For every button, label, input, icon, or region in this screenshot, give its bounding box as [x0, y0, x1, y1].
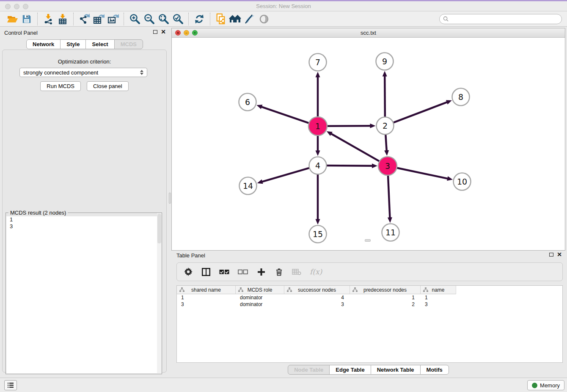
panel-split-handle[interactable] — [169, 193, 171, 204]
columns-icon[interactable] — [201, 268, 211, 276]
graph-edge-arrowhead — [256, 105, 262, 109]
home-icon[interactable] — [228, 13, 242, 25]
delete-table-icon — [292, 268, 301, 275]
result-scrollbar[interactable] — [157, 213, 162, 374]
mcds-panel-body: Optimization criterion: strongly connect… — [2, 50, 167, 373]
import-table-icon[interactable] — [55, 13, 70, 25]
graph-edge-2-3[interactable] — [385, 134, 387, 151]
search-input[interactable] — [451, 16, 558, 22]
unselect-all-icon[interactable] — [238, 269, 248, 275]
close-panel-button[interactable]: Close panel — [87, 81, 129, 91]
export-network-icon[interactable] — [77, 13, 91, 25]
graph-node-label: 8 — [458, 92, 463, 102]
zoom-fit-icon[interactable] — [156, 13, 171, 25]
run-mcds-button[interactable]: Run MCDS — [40, 81, 81, 91]
graph-node-7[interactable]: 7 — [309, 54, 327, 71]
mcds-result-group: MCDS result (2 nodes) 13 — [6, 213, 162, 374]
tab-mcds[interactable]: MCDS — [114, 39, 143, 49]
float-panel-icon[interactable] — [153, 30, 157, 34]
duplicate-network-icon[interactable] — [214, 13, 228, 25]
table-row[interactable]: 3dominator323 — [177, 301, 562, 308]
column-header-shared-name[interactable]: shared name — [177, 286, 236, 294]
network-window-titlebar[interactable]: ✕ − + scc.txt — [172, 28, 565, 38]
graph: 7968124314101511 — [172, 38, 565, 251]
save-session-icon[interactable] — [19, 13, 34, 25]
zoom-in-icon[interactable] — [127, 13, 142, 25]
table-cell: 3 — [421, 301, 456, 308]
graph-edge-3-1[interactable] — [330, 133, 380, 161]
graph-edge-2-9[interactable] — [385, 75, 385, 117]
close-table-panel-icon[interactable]: ✕ — [557, 252, 562, 257]
graph-node-6[interactable]: 6 — [239, 94, 256, 111]
network-canvas[interactable]: 7968124314101511 — [172, 38, 565, 250]
column-header-predecessor-nodes[interactable]: predecessor nodes — [350, 286, 421, 294]
close-panel-icon[interactable]: ✕ — [161, 30, 166, 34]
graph-edge-4-14[interactable] — [261, 168, 310, 182]
table-header-row: shared nameMCDS rolesuccessor nodesprede… — [177, 286, 562, 294]
zoom-out-icon[interactable] — [142, 13, 156, 25]
dropdown-stepper-icon — [140, 70, 143, 75]
memory-button[interactable]: Memory — [527, 380, 564, 390]
float-table-panel-icon[interactable] — [549, 253, 553, 257]
graph-node-9[interactable]: 9 — [376, 53, 394, 70]
graph-node-4[interactable]: 4 — [309, 157, 327, 174]
tab-node-table[interactable]: Node Table — [288, 365, 330, 375]
graph-node-label: 15 — [313, 229, 323, 239]
graph-node-8[interactable]: 8 — [452, 88, 470, 106]
tab-select[interactable]: Select — [85, 39, 114, 49]
open-session-icon[interactable] — [5, 13, 19, 25]
export-image-icon[interactable] — [106, 13, 120, 25]
graph-node-1[interactable]: 1 — [308, 117, 327, 135]
tab-edge-table[interactable]: Edge Table — [329, 365, 371, 375]
tab-network[interactable]: Network — [26, 39, 61, 49]
delete-row-icon[interactable] — [274, 268, 284, 276]
column-header-name[interactable]: name — [421, 286, 456, 294]
graph-node-label: 14 — [243, 181, 253, 190]
table-row[interactable]: 1dominator411 — [177, 294, 562, 301]
eye-icon[interactable] — [257, 13, 271, 25]
column-header-successor-nodes[interactable]: successor nodes — [284, 286, 350, 294]
import-network-icon[interactable] — [41, 13, 55, 25]
vizmap-icon[interactable] — [242, 13, 257, 25]
graph-node-label: 2 — [383, 121, 388, 130]
graph-node-10[interactable]: 10 — [454, 173, 471, 190]
network-view-window: ✕ − + scc.txt 7968124314101511 — [171, 28, 565, 251]
graph-edge-3-10[interactable] — [396, 168, 449, 179]
graph-edge-1-2[interactable] — [327, 126, 371, 126]
graph-edge-3-11[interactable] — [388, 175, 390, 218]
column-type-icon — [423, 287, 428, 293]
export-table-icon[interactable] — [91, 13, 106, 25]
add-row-icon[interactable] — [256, 268, 266, 276]
search-box[interactable] — [439, 14, 562, 24]
graph-edge-arrowhead — [370, 124, 375, 128]
graph-node-14[interactable]: 14 — [239, 177, 257, 195]
toolbar-separator — [210, 13, 210, 25]
column-header-label: name — [432, 287, 444, 293]
select-all-icon[interactable] — [219, 269, 229, 275]
tab-network-table[interactable]: Network Table — [371, 365, 421, 375]
graph-node-15[interactable]: 15 — [309, 226, 327, 243]
graph-edge-2-8[interactable] — [393, 102, 447, 123]
tab-style[interactable]: Style — [60, 39, 86, 49]
graph-node-label: 11 — [385, 228, 396, 237]
refresh-icon[interactable] — [192, 13, 206, 25]
gear-icon[interactable] — [184, 268, 193, 276]
column-header-MCDS-role[interactable]: MCDS role — [236, 286, 284, 294]
task-history-button[interactable] — [4, 380, 17, 390]
graph-edge-1-6[interactable] — [261, 107, 309, 123]
network-split-handle[interactable] — [365, 239, 371, 242]
graph-node-2[interactable]: 2 — [377, 117, 394, 135]
graph-node-11[interactable]: 11 — [382, 224, 399, 241]
optimization-criterion-dropdown[interactable]: strongly connected component — [19, 68, 147, 77]
graph-node-3[interactable]: 3 — [378, 157, 397, 175]
zoom-selected-icon[interactable] — [171, 13, 185, 25]
tab-motifs[interactable]: Motifs — [420, 365, 449, 375]
optimization-criterion-label: Optimization criterion: — [3, 58, 166, 65]
table-panel-title: Table Panel — [176, 252, 205, 259]
memory-status-icon — [532, 383, 537, 388]
graph-edge-4-3[interactable] — [326, 166, 373, 166]
main-titlebar[interactable]: Session: New Session — [0, 1, 567, 11]
result-node-id: 3 — [6, 223, 161, 230]
mcds-result-list[interactable]: 13 — [6, 216, 161, 373]
table-cell: dominator — [236, 294, 284, 301]
